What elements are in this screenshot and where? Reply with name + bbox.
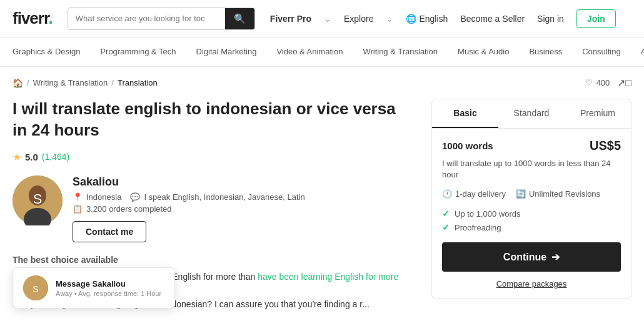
category-nav: Graphics & Design Programming & Tech Dig… (0, 37, 644, 67)
seller-country: Indonesia (86, 192, 121, 202)
check-icon-1: ✓ (442, 222, 450, 232)
cat-consulting[interactable]: Consulting (572, 38, 630, 66)
popup-title: Message Sakaliou (56, 279, 164, 289)
logo[interactable]: fiverr. (13, 9, 53, 28)
heart-button[interactable]: ♡ 400 (585, 78, 610, 87)
search-input[interactable] (68, 9, 225, 28)
clock-icon: 🕐 (442, 189, 452, 199)
svg-text:S: S (33, 191, 43, 207)
orders-icon: 📋 (73, 204, 83, 214)
cat-writing-translation[interactable]: Writing & Translation (353, 38, 448, 66)
language-link[interactable]: 🌐 English (406, 14, 448, 24)
star-icon: ★ (13, 151, 21, 163)
search-bar: 🔍 (68, 7, 255, 30)
explore-link[interactable]: Explore (344, 14, 373, 24)
share-icon: ↗□ (617, 77, 631, 88)
pricing-panel: Basic Standard Premium 1000 words US$5 I… (431, 99, 631, 299)
cat-graphics-design[interactable]: Graphics & Design (13, 38, 90, 66)
globe-icon: 🌐 (406, 14, 416, 24)
breadcrumb-writing-translation[interactable]: Writing & Translation (33, 78, 108, 87)
avatar-image: S (13, 175, 63, 225)
check-label-1: Proofreading (455, 223, 501, 232)
pricing-price: US$5 (590, 139, 621, 153)
check-icon-0: ✓ (442, 209, 450, 219)
breadcrumb-bar: 🏠 / Writing & Translation / Translation … (0, 67, 644, 99)
breadcrumb-translation: Translation (118, 78, 158, 87)
breadcrumb-actions: ♡ 400 ↗□ (585, 77, 631, 89)
top-nav: Fiverr Pro ⌄ Explore ⌄ 🌐 English Become … (270, 9, 616, 28)
check-item-0: ✓ Up to 1,000 words (442, 209, 621, 219)
avatar-wrap: S (13, 175, 63, 225)
pricing-description: I will translate up to 1000 words in les… (442, 158, 621, 180)
check-item-1: ✓ Proofreading (442, 222, 621, 232)
tab-basic[interactable]: Basic (432, 99, 498, 128)
orders-completed: 📋 3,200 orders completed (73, 204, 406, 214)
become-seller-link[interactable]: Become a Seller (460, 14, 525, 24)
contact-button[interactable]: Contact me (73, 221, 146, 242)
delivery-text: 1-day delivery (455, 189, 506, 199)
pricing-tabs: Basic Standard Premium (432, 99, 631, 129)
seller-info: Sakaliou 📍 Indonesia 💬 I speak English, … (73, 175, 406, 242)
tab-standard[interactable]: Standard (498, 99, 565, 128)
pricing-words: 1000 words (442, 141, 493, 151)
explore-chevron: ⌄ (386, 14, 393, 24)
seller-card: S Sakaliou 📍 Indonesia 💬 I speak English… (13, 175, 406, 242)
continue-button[interactable]: Continue ➔ (442, 242, 621, 272)
compare-packages-link[interactable]: Compare packages (442, 279, 621, 289)
revisions-feature: 🔄 Unlimited Revisions (516, 189, 600, 199)
sign-in-link[interactable]: Sign in (537, 14, 564, 24)
svg-text:S: S (33, 284, 38, 294)
pricing-checklist: ✓ Up to 1,000 words ✓ Proofreading (442, 209, 621, 232)
fiverr-pro-link[interactable]: Fiverr Pro (270, 14, 311, 24)
check-label-0: Up to 1,000 words (455, 209, 521, 219)
pricing-header-row: 1000 words US$5 (442, 139, 621, 153)
popup-subtitle: Away • Avg. response time: 1 Hour (56, 290, 164, 297)
cat-music-audio[interactable]: Music & Audio (448, 38, 519, 66)
seller-name: Sakaliou (73, 175, 406, 189)
breadcrumb-sep-1: / (27, 78, 29, 87)
heart-count: 400 (596, 78, 610, 87)
avatar: S (13, 175, 63, 225)
header: fiverr. 🔍 Fiverr Pro ⌄ Explore ⌄ 🌐 Engli… (0, 0, 644, 37)
gig-title: I will translate english to indonesian o… (13, 99, 406, 141)
popup-avatar-image: S (23, 275, 48, 300)
share-button[interactable]: ↗□ (617, 77, 631, 89)
seller-location: 📍 Indonesia 💬 I speak English, Indonesia… (73, 192, 406, 202)
location-icon: 📍 (73, 192, 83, 202)
message-popup[interactable]: S Message Sakaliou Away • Avg. response … (13, 267, 175, 309)
delivery-feature: 🕐 1-day delivery (442, 189, 506, 199)
rating-count[interactable]: (1,464) (42, 152, 69, 162)
popup-text: Message Sakaliou Away • Avg. response ti… (56, 279, 164, 297)
tab-premium[interactable]: Premium (565, 99, 631, 128)
popup-avatar: S (23, 275, 48, 300)
breadcrumb-sep-2: / (111, 78, 114, 87)
rating-score: 5.0 (25, 152, 38, 162)
join-button[interactable]: Join (576, 9, 616, 28)
cat-video-animation[interactable]: Video & Animation (266, 38, 353, 66)
orders-text: 3,200 orders completed (86, 204, 172, 214)
pricing-features: 🕐 1-day delivery 🔄 Unlimited Revisions (442, 189, 621, 199)
rating-row: ★ 5.0 (1,464) (13, 151, 406, 163)
right-column: Basic Standard Premium 1000 words US$5 I… (431, 99, 631, 312)
cat-programming-tech[interactable]: Programming & Tech (90, 38, 186, 66)
breadcrumb: 🏠 / Writing & Translation / Translation (13, 78, 158, 88)
refresh-icon: 🔄 (516, 189, 526, 199)
search-button[interactable]: 🔍 (225, 8, 254, 29)
heart-icon: ♡ (585, 78, 593, 87)
cat-ai[interactable]: AI Se (631, 38, 644, 66)
fiverr-pro-chevron: ⌄ (324, 14, 331, 24)
cat-digital-marketing[interactable]: Digital Marketing (186, 38, 267, 66)
about-title: The best choice available (13, 255, 406, 265)
pricing-body: 1000 words US$5 I will translate up to 1… (432, 129, 631, 299)
revisions-text: Unlimited Revisions (529, 189, 600, 199)
home-icon[interactable]: 🏠 (13, 78, 23, 88)
seller-languages: I speak English, Indonesian, Javanese, L… (144, 192, 304, 202)
message-icon: 💬 (130, 192, 140, 202)
cat-business[interactable]: Business (519, 38, 572, 66)
arrow-icon: ➔ (551, 251, 560, 263)
